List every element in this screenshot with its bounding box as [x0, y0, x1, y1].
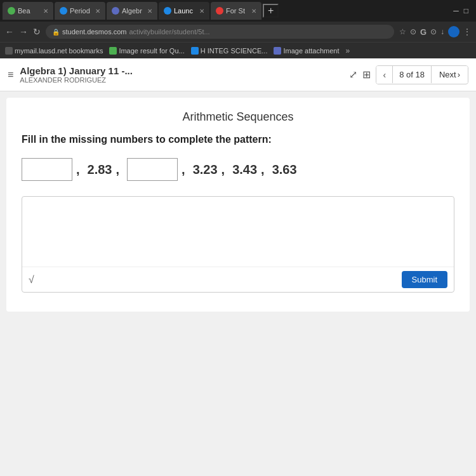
header-actions: ⤢ ⊞ ‹ 8 of 18 Next ›	[349, 65, 468, 84]
lock-icon: 🔒	[52, 29, 60, 36]
sequence-value-1: 2.83	[88, 162, 112, 177]
activity-card: Arithmetic Sequences Fill in the missing…	[6, 98, 470, 312]
bookmark-favicon	[5, 47, 13, 55]
tab-close-btn[interactable]: ✕	[147, 8, 152, 15]
tab-close-btn[interactable]: ✕	[199, 8, 204, 15]
download-icon[interactable]: ↓	[440, 27, 444, 36]
tab-label: Bea	[18, 7, 30, 15]
bookmark-favicon	[191, 47, 199, 55]
bookmark-mymail[interactable]: mymail.lausd.net bookmarks	[5, 47, 103, 55]
page-count: 8 of 18	[392, 66, 432, 83]
comma-1: ,	[76, 162, 80, 177]
tab-label: Algebr	[122, 7, 142, 15]
comma-3: ,	[182, 162, 185, 177]
next-button[interactable]: Next ›	[432, 66, 468, 83]
tab-label: For St	[226, 7, 245, 15]
bookmark-favicon	[109, 47, 117, 55]
refresh-button[interactable]: ↻	[33, 27, 41, 37]
grid-button[interactable]: ⊞	[362, 69, 371, 81]
tab-favicon	[8, 7, 15, 15]
bookmarks-overflow[interactable]: »	[346, 46, 350, 55]
header-title-main: Algebra 1) January 11 -...	[20, 65, 343, 76]
sequence-input-1[interactable]	[22, 158, 72, 181]
bookmark-label: mymail.lausd.net bookmarks	[15, 47, 103, 55]
comma-2: ,	[116, 162, 120, 177]
sqrt-symbol: √	[29, 274, 34, 286]
domain-text: student.desmos.com	[62, 28, 127, 36]
header-title-sub: ALEXANDER RODRIGUEZ	[20, 76, 343, 84]
activity-title: Arithmetic Sequences	[22, 110, 454, 124]
address-input[interactable]: 🔒 student.desmos.com activitybuilder/stu…	[46, 25, 394, 39]
bookmark-label: H INTEG SCIENCE...	[201, 47, 268, 55]
tab-favicon	[60, 7, 67, 15]
bookmark-favicon	[274, 47, 281, 55]
extensions-icon[interactable]: ⋮	[463, 27, 471, 36]
tab-favicon	[112, 7, 119, 15]
tab-period[interactable]: Period ✕	[55, 2, 105, 20]
bookmarks-bar: mymail.lausd.net bookmarks Image result …	[0, 42, 476, 58]
maximize-button[interactable]: □	[464, 6, 468, 15]
browser-chrome: Bea ✕ Period ✕ Algebr ✕ Launc ✕ For St ✕…	[0, 0, 476, 58]
submit-button[interactable]: Submit	[402, 271, 447, 288]
expand-button[interactable]: ⤢	[349, 69, 357, 81]
path-text: activitybuilder/student/5t...	[129, 28, 210, 36]
activity-question: Fill in the missing numbers to complete …	[22, 134, 454, 145]
desmos-header: ≡ Algebra 1) January 11 -... ALEXANDER R…	[0, 58, 476, 91]
window-controls: ─ □	[453, 6, 473, 15]
bookmark-image-result[interactable]: Image result for Qu...	[109, 47, 184, 55]
bookmark-image-attachment[interactable]: Image attachment	[274, 47, 339, 55]
tab-bar: Bea ✕ Period ✕ Algebr ✕ Launc ✕ For St ✕…	[0, 0, 476, 22]
new-tab-button[interactable]: +	[263, 4, 279, 18]
history-icon[interactable]: ⊙	[410, 27, 416, 36]
g-icon[interactable]: G	[420, 27, 426, 37]
sequence-value-3: 3.43	[232, 162, 257, 177]
answer-area-inner[interactable]	[22, 197, 454, 267]
sequence-row: , 2.83 , , 3.23 , 3.43 , 3.63	[22, 158, 454, 181]
tab-label: Period	[70, 7, 90, 15]
tab-close-btn[interactable]: ✕	[251, 8, 256, 15]
sequence-value-4: 3.63	[272, 162, 297, 177]
star-icon[interactable]: ☆	[399, 27, 406, 36]
main-content: ≡ Algebra 1) January 11 -... ALEXANDER R…	[0, 58, 476, 476]
tab-bea[interactable]: Bea ✕	[3, 2, 53, 20]
address-bar: ← → ↻ 🔒 student.desmos.com activitybuild…	[0, 22, 476, 42]
tab-favicon	[164, 7, 171, 15]
bookmark-h-integ[interactable]: H INTEG SCIENCE...	[191, 47, 268, 55]
bookmark-label: Image attachment	[283, 47, 339, 55]
shield-icon[interactable]: ⊙	[430, 27, 437, 36]
forward-button[interactable]: →	[19, 27, 28, 37]
sequence-value-2: 3.23	[193, 162, 218, 177]
comma-5: ,	[261, 162, 265, 177]
tab-forst[interactable]: For St ✕	[211, 2, 261, 20]
toolbar-icons: ☆ ⊙ G ⊙ ↓ ⋮	[399, 26, 471, 37]
answer-area: √ Submit	[22, 196, 454, 293]
sequence-input-2[interactable]	[127, 158, 178, 181]
tab-launc[interactable]: Launc ✕	[159, 2, 209, 20]
tab-favicon	[216, 7, 223, 15]
next-arrow: ›	[458, 70, 460, 79]
prev-button[interactable]: ‹	[376, 66, 392, 84]
hamburger-menu[interactable]: ≡	[8, 69, 13, 81]
nav-controls: ‹ 8 of 18 Next ›	[376, 65, 468, 84]
profile-button[interactable]	[448, 26, 459, 37]
back-button[interactable]: ←	[5, 27, 14, 37]
tab-close-btn[interactable]: ✕	[43, 8, 48, 15]
answer-footer: √ Submit	[22, 267, 454, 292]
bookmark-label: Image result for Qu...	[119, 47, 184, 55]
tab-close-btn[interactable]: ✕	[95, 8, 100, 15]
next-label: Next	[439, 70, 456, 79]
activity-outer: Arithmetic Sequences Fill in the missing…	[0, 91, 476, 476]
tab-label: Launc	[174, 7, 193, 15]
comma-4: ,	[221, 162, 225, 177]
tab-algebr[interactable]: Algebr ✕	[107, 2, 157, 20]
header-title-block: Algebra 1) January 11 -... ALEXANDER ROD…	[20, 65, 343, 84]
minimize-button[interactable]: ─	[453, 6, 459, 15]
